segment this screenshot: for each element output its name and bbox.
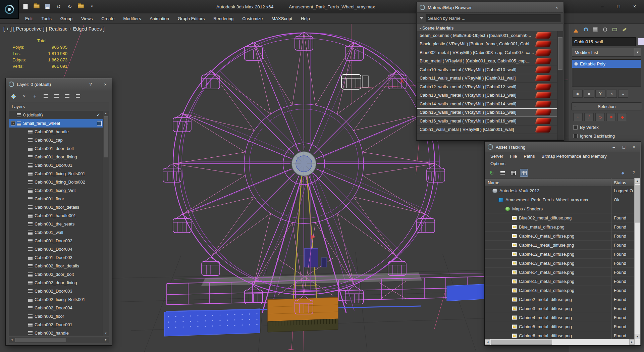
- material-preview-swatch[interactable]: [535, 41, 552, 47]
- scroll-thumb[interactable]: [635, 185, 640, 222]
- layer-row[interactable]: Cabin008_handle: [9, 128, 103, 136]
- motion-tab-icon[interactable]: [601, 26, 609, 33]
- application-menu-button[interactable]: [0, 0, 19, 19]
- resolve-paths-icon[interactable]: ◆: [619, 169, 627, 177]
- menu-item[interactable]: Graph Editors: [173, 13, 209, 23]
- toolbar-dropdown-icon[interactable]: ▼: [88, 2, 96, 10]
- layer-row-properties-icon[interactable]: [97, 121, 102, 126]
- minimize-button[interactable]: –: [594, 1, 610, 11]
- modify-tab-icon[interactable]: [582, 26, 590, 33]
- scroll-left-icon[interactable]: ◄: [9, 337, 14, 342]
- create-new-layer-button[interactable]: [9, 92, 17, 100]
- expand-toggle-icon[interactable]: [11, 113, 15, 117]
- asset-row[interactable]: Maps / Shaders: [485, 204, 635, 213]
- layer-window-titlebar[interactable]: Layer: 0 (default) ? ×: [6, 79, 112, 90]
- asset-menu-item[interactable]: Options: [487, 161, 509, 166]
- menu-item[interactable]: MAXScript: [267, 13, 297, 23]
- asset-minimize-button[interactable]: –: [610, 145, 618, 150]
- layer-row[interactable]: Cabin001_Door002: [9, 237, 103, 245]
- scroll-thumb[interactable]: [104, 116, 108, 157]
- material-map-browser-window[interactable]: Material/Map Browser × - Scene Materials…: [417, 2, 564, 140]
- expand-toggle-icon[interactable]: [22, 272, 27, 276]
- modifier-stack[interactable]: Editable Poly: [572, 59, 641, 87]
- expand-toggle-icon[interactable]: [22, 230, 27, 235]
- material-item[interactable]: Cabin10_walls_metal ( VRayMtl ) [Cabin01…: [417, 65, 557, 74]
- refresh-icon[interactable]: ↻: [488, 169, 496, 177]
- asset-maximize-button[interactable]: □: [620, 145, 628, 150]
- expand-toggle-icon[interactable]: [22, 171, 27, 176]
- expand-toggle-icon[interactable]: [22, 163, 27, 167]
- material-item[interactable]: Cabin16_walls_metal ( VRayMtl ) [Cabin01…: [417, 117, 557, 125]
- layer-row[interactable]: Cabin001_fixing_Bolts002: [9, 178, 103, 186]
- expand-toggle-icon[interactable]: [22, 247, 27, 251]
- list-view-icon[interactable]: [498, 169, 506, 177]
- expand-toggle-icon[interactable]: [22, 255, 27, 260]
- asset-row[interactable]: Blue002_metal_diffuse.png Found: [485, 213, 635, 222]
- column-divider[interactable]: [611, 178, 611, 339]
- layer-row[interactable]: Cabin002_floor_details: [9, 262, 103, 270]
- remove-modifier-icon[interactable]: ×: [607, 90, 617, 98]
- asset-menu-item[interactable]: Paths: [520, 154, 538, 159]
- hierarchy-tab-icon[interactable]: [591, 26, 599, 33]
- layer-row[interactable]: Cabin001_fixing_Vint: [9, 186, 103, 195]
- layer-vertical-scrollbar[interactable]: ▲ ▼: [103, 111, 109, 336]
- material-item[interactable]: Blue_metal ( VRayMtl ) [Cabin001_cap, Ca…: [417, 57, 557, 66]
- modifier-list-dropdown[interactable]: Modifier List ▼: [572, 48, 641, 57]
- layer-row[interactable]: Cabin001_wall: [9, 228, 103, 237]
- scroll-up-icon[interactable]: ▲: [103, 111, 109, 116]
- asset-row[interactable]: Cabine16_metal_diffuse.png Found: [485, 286, 635, 295]
- column-name[interactable]: Name: [485, 180, 611, 185]
- save-file-icon[interactable]: [44, 2, 52, 10]
- material-preview-swatch[interactable]: [535, 32, 552, 39]
- asset-row[interactable]: Cabine2_metal_diffuse.png Found: [485, 295, 635, 304]
- new-scene-icon[interactable]: [21, 2, 30, 10]
- utilities-tab-icon[interactable]: [621, 26, 629, 33]
- viewport-label[interactable]: [ + ] [ Perspective ] [ Realistic + Edge…: [3, 26, 105, 32]
- expand-toggle-icon[interactable]: [22, 205, 27, 209]
- layer-row[interactable]: Cabin002_floor: [9, 312, 103, 320]
- material-preview-swatch[interactable]: [535, 58, 552, 64]
- expand-toggle-icon[interactable]: [22, 213, 27, 218]
- asset-row[interactable]: Amusement_Park_Ferris_Wheel_vray.max Ok: [485, 195, 635, 204]
- layer-list-header[interactable]: Layers: [9, 102, 109, 111]
- menu-item[interactable]: Tools: [37, 13, 56, 23]
- layer-row[interactable]: - Small_ferris_wheel: [9, 119, 103, 128]
- scroll-right-icon[interactable]: ►: [103, 337, 109, 342]
- open-file-icon[interactable]: [33, 2, 41, 10]
- material-preview-swatch[interactable]: [535, 84, 552, 90]
- expand-toggle-icon[interactable]: [22, 331, 27, 335]
- menu-item[interactable]: Rendering: [209, 13, 238, 23]
- close-button[interactable]: ×: [627, 1, 643, 11]
- search-input[interactable]: [426, 14, 560, 22]
- menu-item[interactable]: Create: [97, 13, 119, 23]
- menu-item[interactable]: Views: [77, 13, 97, 23]
- asset-menu-item[interactable]: Bitmap Performance and Memory: [538, 154, 610, 159]
- expand-toggle-icon[interactable]: [22, 197, 27, 201]
- layer-row[interactable]: Cabin001_floor_details: [9, 203, 103, 211]
- expand-toggle-icon[interactable]: [22, 306, 27, 310]
- details-view-icon[interactable]: [509, 169, 517, 177]
- filter-icon[interactable]: [420, 17, 424, 21]
- by-vertex-checkbox[interactable]: [573, 125, 578, 130]
- undo-icon[interactable]: ↺: [55, 2, 63, 10]
- layer-row[interactable]: Cabin001_the_seats: [9, 220, 103, 228]
- asset-row[interactable]: Cabine14_metal_diffuse.png Found: [485, 268, 635, 277]
- asset-horizontal-scrollbar[interactable]: ◄ ►: [485, 339, 635, 345]
- make-unique-icon[interactable]: Y: [595, 90, 605, 98]
- layer-row[interactable]: Cabin001_handle001: [9, 211, 103, 220]
- hide-freeze-layer-button[interactable]: [74, 92, 82, 100]
- asset-menu-item[interactable]: Server: [487, 154, 506, 159]
- asset-row[interactable]: Cabine13_metal_diffuse.png Found: [485, 259, 635, 268]
- asset-row[interactable]: Cabine5_metal_diffuse.png Found: [485, 322, 635, 331]
- layer-manager-window[interactable]: Layer: 0 (default) ? × × + Layers 0 (def…: [6, 78, 112, 345]
- expand-toggle-icon[interactable]: [22, 155, 27, 159]
- expand-toggle-icon[interactable]: [22, 138, 27, 142]
- border-subobject-icon[interactable]: ◇: [595, 113, 605, 121]
- asset-close-button[interactable]: ×: [630, 145, 638, 150]
- layer-row[interactable]: Cabin002_door_fixing: [9, 279, 103, 287]
- expand-toggle-icon[interactable]: [22, 146, 27, 151]
- material-preview-swatch[interactable]: [535, 49, 552, 56]
- expand-toggle-icon[interactable]: [22, 289, 27, 293]
- material-preview-swatch[interactable]: [535, 118, 552, 124]
- edge-subobject-icon[interactable]: /: [584, 113, 594, 121]
